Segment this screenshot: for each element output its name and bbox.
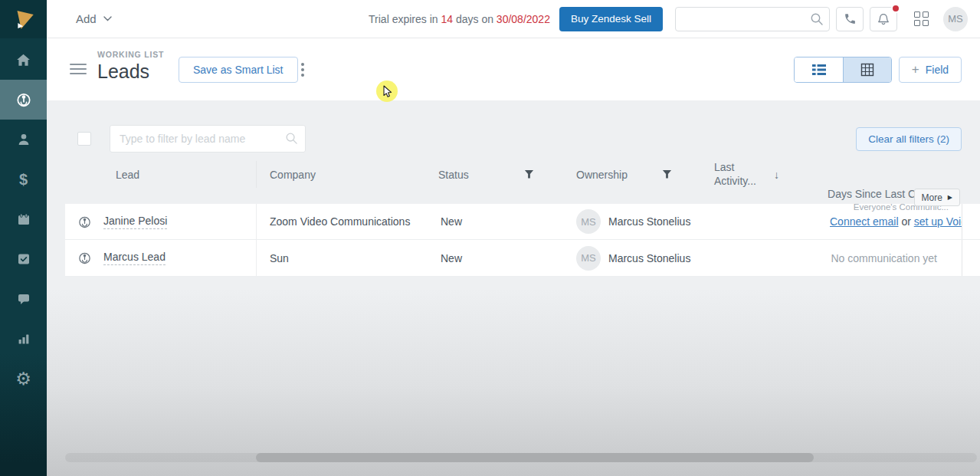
lead-name-cell: Janine Pelosi [103,204,257,239]
top-navigation-bar: Add Trial expires in 14 days on 30/08/20… [0,0,980,38]
status-filter-funnel-icon[interactable] [523,169,535,179]
title-block: WORKING LIST Leads [97,50,164,83]
add-field-button[interactable]: + Field [899,57,962,83]
sidebar-item-tasks[interactable] [0,239,47,279]
user-avatar[interactable]: MS [943,7,968,31]
topbar-right-cluster: Trial expires in 14 days on 30/08/2022 B… [369,7,980,31]
status-cell: New [433,204,544,239]
chat-bubble-icon [16,291,31,307]
notification-badge [891,4,900,13]
last-activity-header-label: Last Activity... [714,161,762,188]
sidebar-item-reports[interactable] [0,319,47,359]
header-checkbox-cell [65,161,103,188]
last-activity-cell [693,204,782,239]
column-header-company[interactable]: Company [257,161,433,188]
filter-search-icon [285,132,298,145]
column-header-lead[interactable]: Lead [103,161,257,188]
apps-grid-button[interactable] [908,7,934,31]
ownership-filter-funnel-icon[interactable] [661,169,673,179]
sidebar-item-conversations[interactable] [0,279,47,319]
phone-icon [844,12,857,25]
days-since-comm-cell: Connect email or set up Voic [782,204,962,239]
lead-name-link[interactable]: Marcus Lead [103,251,166,265]
set-up-voice-link[interactable]: set up Voic [914,215,962,228]
sidebar-item-deals[interactable]: $ [0,159,47,199]
list-view-button[interactable] [795,57,843,82]
trial-expiry-text: Trial expires in 14 days on 30/08/2022 [369,13,550,25]
select-all-checkbox[interactable] [77,132,91,146]
ownership-cell: MS Marcus Stonelius [544,240,693,276]
header-spacer-cell [782,161,962,188]
view-toggle-group [794,57,892,83]
lead-row-icon-cell [65,204,103,239]
row-edge-cell [962,240,980,276]
column-header-status[interactable]: Status [433,161,544,188]
sort-descending-icon[interactable]: ↓ [774,169,779,181]
main-area: WORKING LIST Leads Save as Smart List [47,38,980,476]
table-body: Janine Pelosi Zoom Video Communications … [65,203,980,277]
buy-zendesk-sell-button[interactable]: Buy Zendesk Sell [559,7,663,31]
add-button[interactable]: Add [76,12,112,25]
table-view-button[interactable] [843,57,891,82]
more-options-kebab-icon[interactable] [297,59,308,80]
status-cell: New [433,240,544,276]
lead-filter-input[interactable] [110,125,306,153]
comm-separator: or [901,215,910,228]
more-columns-button[interactable]: More ▶ [914,189,961,206]
company-cell: Sun [257,240,433,276]
trial-middle: days on [456,13,493,25]
column-header-ownership[interactable]: Ownership [544,161,693,188]
page-header: WORKING LIST Leads Save as Smart List [47,38,980,100]
zendesk-sell-logo-icon [11,6,37,32]
zendesk-sell-logo[interactable] [0,0,47,38]
sidebar-item-settings[interactable]: ⚙ [0,359,47,399]
apps-grid-icon [914,11,929,26]
list-view-icon [811,64,827,76]
leads-table: Lead Company Status Ownership [65,161,980,277]
lead-icon [77,251,92,265]
bar-chart-icon [16,331,31,346]
person-icon [16,132,31,147]
global-search-input[interactable] [675,7,830,31]
global-search [675,7,830,31]
owner-name: Marcus Stonelius [608,252,690,264]
ownership-cell: MS Marcus Stonelius [544,204,693,239]
calendar-icon [16,212,31,227]
list-menu-icon[interactable] [70,64,87,77]
last-activity-cell [693,240,782,276]
lead-name-link[interactable]: Janine Pelosi [103,215,167,229]
task-check-icon [16,251,31,267]
bell-icon [877,12,890,26]
row-edge-cell [962,204,980,239]
sidebar-item-home[interactable] [0,40,47,80]
table-row[interactable]: Marcus Lead Sun New MS Marcus Stonelius … [65,240,980,277]
search-icon [810,12,824,26]
phone-button[interactable] [836,7,864,31]
add-button-label: Add [76,12,97,25]
company-cell: Zoom Video Communications [257,204,433,239]
add-field-label: Field [926,64,949,76]
sidebar-navigation: $ [0,38,47,476]
table-view-icon [860,63,874,77]
connect-email-link[interactable]: Connect email [830,215,899,228]
clear-all-filters-button[interactable]: Clear all filters (2) [856,127,962,151]
working-list-eyebrow: WORKING LIST [97,50,164,59]
column-header-last-activity[interactable]: Last Activity... ↓ [693,161,782,188]
sidebar-item-leads[interactable] [0,80,47,120]
chevron-down-icon [103,16,112,21]
status-header-label: Status [438,169,469,181]
dollar-icon: $ [19,172,28,187]
owner-name: Marcus Stonelius [608,215,690,228]
owner-avatar: MS [576,209,601,234]
save-as-smart-list-button[interactable]: Save as Smart List [179,57,298,83]
zendesk-sell-app: Add Trial expires in 14 days on 30/08/20… [0,0,980,476]
lead-name-cell: Marcus Lead [103,240,257,276]
notifications-button[interactable] [870,7,897,31]
ownership-header-label: Ownership [576,169,628,181]
sidebar-item-calendar[interactable] [0,199,47,239]
table-row[interactable]: Janine Pelosi Zoom Video Communications … [65,203,980,240]
content-area: Clear all filters (2) Lead Company Statu… [47,100,980,476]
sidebar-item-contacts[interactable] [0,120,47,159]
lead-filter [110,125,306,153]
horizontal-scrollbar-thumb[interactable] [256,453,814,462]
